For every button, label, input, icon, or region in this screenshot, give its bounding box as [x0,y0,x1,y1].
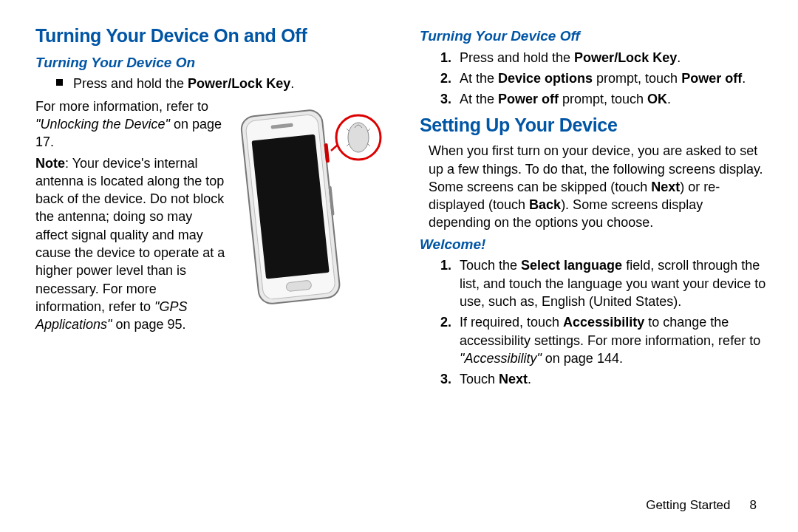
steps-turn-off: Press and hold the Power/Lock Key. At th… [420,49,768,109]
step-bold: Select language [521,258,622,273]
list-item: If required, touch Accessibility to chan… [455,313,768,367]
step-text: prompt, touch [559,92,647,106]
left-column: Turning Your Device On and Off Turning Y… [35,24,384,392]
step-text: At the [460,92,498,106]
bullet-text-post: . [290,76,294,91]
list-item: Touch Next. [455,370,768,388]
bullet-text-bold: Power/Lock Key [188,76,290,91]
phone-icon [236,102,384,331]
subheading-turning-off: Turning Your Device Off [420,27,768,46]
heading-on-off: Turning Your Device On and Off [35,24,384,49]
note-body-a: : Your device's internal antenna is loca… [35,156,225,314]
step-text: Press and hold the [460,50,574,65]
step-text: . [528,372,531,386]
note-label: Note [35,156,65,171]
step-text: At the [460,71,498,86]
step-bold: Accessibility [563,315,644,330]
setup-bold: Back [529,197,561,212]
subheading-turning-on: Turning Your Device On [35,53,384,72]
left-body-text: For more information, refer to "Unlockin… [35,98,228,337]
step-bold: Power off [498,92,559,106]
step-text: Touch [460,372,499,386]
setup-bold: Next [651,180,680,194]
footer-page-number: 8 [750,497,757,514]
step-bold: OK [647,92,667,106]
ref-intro: For more information, refer to [35,99,208,114]
svg-line-13 [331,145,338,151]
ref-accessibility: "Accessibility" [460,351,542,366]
step-text: If required, touch [460,315,563,330]
step-text: Touch the [460,258,521,273]
square-bullet-icon [56,79,63,86]
footer-section: Getting Started [646,497,730,514]
step-text: on page 144. [542,351,623,366]
setup-intro: When you first turn on your device, you … [429,142,768,231]
ref-unlocking: "Unlocking the Device" [35,117,170,132]
list-item: Touch the Select language field, scroll … [455,256,768,310]
step-bold: Power off [681,71,742,86]
step-text: . [677,50,681,65]
svg-point-8 [348,123,369,152]
bullet-power-on: Press and hold the Power/Lock Key. [56,75,384,92]
subheading-welcome: Welcome! [420,235,768,254]
step-text: . [742,71,746,86]
step-text: prompt, touch [593,71,681,86]
note-body-b: on page 95. [112,317,185,332]
step-text: . [667,92,671,106]
step-bold: Next [499,372,528,386]
list-item: Press and hold the Power/Lock Key. [455,49,768,66]
step-bold: Power/Lock Key [574,50,677,65]
list-item: At the Power off prompt, touch OK. [455,90,768,108]
bullet-text-pre: Press and hold the [73,76,188,91]
phone-illustration [236,102,384,337]
step-bold: Device options [498,71,593,86]
steps-welcome: Touch the Select language field, scroll … [420,256,768,388]
right-column: Turning Your Device Off Press and hold t… [420,24,768,392]
page-footer: Getting Started 8 [646,497,757,514]
list-item: At the Device options prompt, touch Powe… [455,69,768,87]
heading-setting-up: Setting Up Your Device [420,113,768,138]
